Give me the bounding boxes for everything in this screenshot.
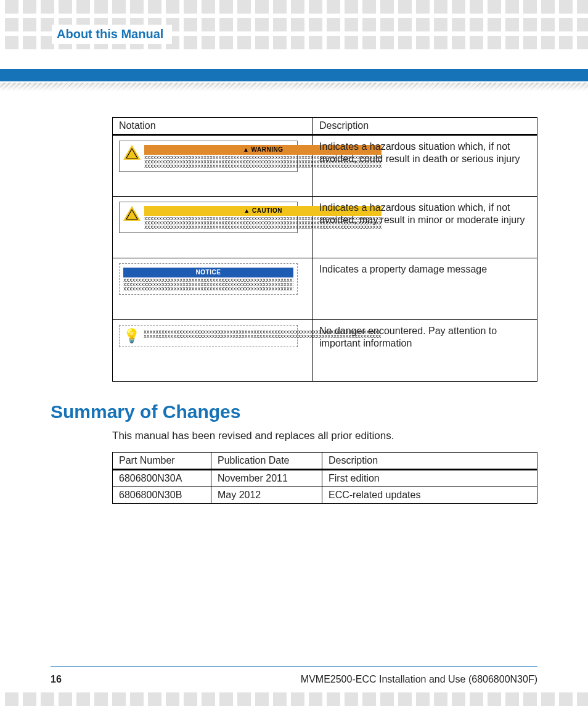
notice-bar-label: NOTICE bbox=[123, 268, 293, 277]
changes-header-desc: Description bbox=[322, 453, 537, 470]
page-header-title: About this Manual bbox=[52, 25, 172, 44]
info-sample: 💡 xxxxxxxxxxxxxxxxxxxxxxxxxxxxxxxxxxxxxx… bbox=[119, 325, 298, 347]
caution-sample: ▲ CAUTION xxxxxxxxxxxxxxxxxxxxxxxxxxxxxx… bbox=[119, 202, 298, 233]
notation-row-warning: ▲ WARNING xxxxxxxxxxxxxxxxxxxxxxxxxxxxxx… bbox=[113, 135, 537, 197]
notation-table: Notation Description ▲ WARNING xxxxxxxxx… bbox=[112, 117, 537, 382]
footer-decorative-grid bbox=[0, 692, 588, 706]
summary-intro-text: This manual has been revised and replace… bbox=[112, 430, 537, 442]
changes-table: Part Number Publication Date Description… bbox=[112, 452, 537, 504]
lightbulb-icon: 💡 bbox=[123, 329, 140, 343]
notation-header-notation: Notation bbox=[113, 118, 313, 135]
changes-row: 6806800N30A November 2011 First edition bbox=[113, 470, 537, 487]
footer: 16 MVME2500-ECC Installation and Use (68… bbox=[51, 674, 537, 685]
notation-header-description: Description bbox=[313, 118, 537, 135]
footer-rule bbox=[51, 666, 537, 667]
changes-header-date: Publication Date bbox=[211, 453, 322, 470]
footer-doc-title: MVME2500-ECC Installation and Use (68068… bbox=[301, 674, 537, 685]
notation-row-caution: ▲ CAUTION xxxxxxxxxxxxxxxxxxxxxxxxxxxxxx… bbox=[113, 197, 537, 258]
caution-triangle-icon bbox=[123, 206, 141, 221]
notice-sample: NOTICE xxxxxxxxxxxxxxxxxxxxxxxxxxxxxxxxx… bbox=[119, 263, 298, 295]
notation-desc-info: No danger encountered. Pay attention to … bbox=[313, 320, 537, 382]
header-blue-bar bbox=[0, 69, 588, 81]
changes-header-part: Part Number bbox=[113, 453, 211, 470]
changes-row: 6806800N30B May 2012 ECC-related updates bbox=[113, 487, 537, 504]
notation-row-info: 💡 xxxxxxxxxxxxxxxxxxxxxxxxxxxxxxxxxxxxxx… bbox=[113, 320, 537, 382]
notation-desc-notice: Indicates a property damage message bbox=[313, 258, 537, 320]
warning-sample: ▲ WARNING xxxxxxxxxxxxxxxxxxxxxxxxxxxxxx… bbox=[119, 141, 298, 172]
notation-row-notice: NOTICE xxxxxxxxxxxxxxxxxxxxxxxxxxxxxxxxx… bbox=[113, 258, 537, 320]
warning-triangle-icon bbox=[123, 145, 141, 160]
summary-of-changes-heading: Summary of Changes bbox=[51, 401, 537, 422]
page-number: 16 bbox=[51, 674, 62, 685]
header-shadow bbox=[0, 83, 588, 91]
